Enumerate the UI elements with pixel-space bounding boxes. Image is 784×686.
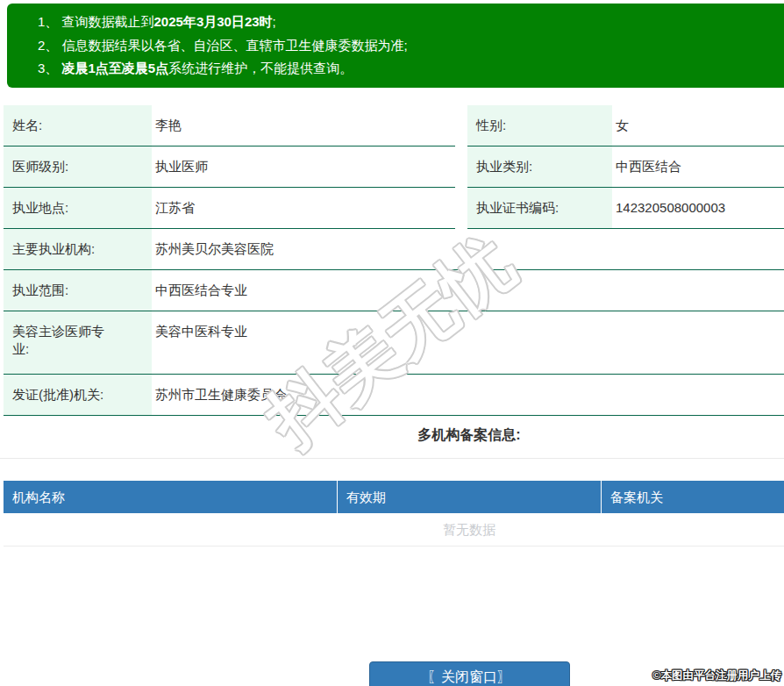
header-cell-validity: 有效期 (337, 481, 601, 513)
profile-table-right: 性别: 女 执业类别: 中西医结合 执业证书编码: 14232050800000… (467, 105, 784, 229)
page-viewport: 1、 查询数据截止到2025年3月30日23时; 2、 信息数据结果以各省、自治… (0, 0, 784, 686)
row-value: 江苏省 (152, 188, 455, 228)
notice-line-2: 2、 信息数据结果以各省、自治区、直辖市卫生健康委数据为准; (38, 34, 784, 58)
filing-table-header: 机构名称 有效期 备案机关 (4, 481, 784, 513)
row-value: 中西医结合 (612, 146, 784, 187)
profile-table-left: 姓名: 李艳 医师级别: 执业医师 执业地点: 江苏省 (4, 105, 455, 229)
table-row: 姓名: 李艳 (4, 105, 455, 146)
table-row: 执业证书编码: 142320508000003 (467, 188, 784, 229)
row-label: 姓名: (4, 105, 152, 146)
row-value: 女 (612, 105, 784, 146)
row-value: 执业医师 (152, 146, 455, 187)
row-label: 发证(批准)机关: (4, 375, 152, 415)
notice-line-3: 3、 凌晨1点至凌晨5点系统进行维护，不能提供查询。 (38, 57, 784, 81)
row-label: 主要执业机构: (4, 229, 152, 269)
row-value: 苏州市卫生健康委员会 (152, 375, 784, 415)
table-row: 美容主诊医师专业: 美容中医科专业 (4, 311, 784, 375)
table-row: 执业地点: 江苏省 (4, 188, 455, 229)
row-label: 性别: (467, 105, 612, 146)
header-cell-institution: 机构名称 (4, 481, 337, 513)
row-label: 执业地点: (4, 188, 152, 228)
table-row: 发证(批准)机关: 苏州市卫生健康委员会 (4, 375, 784, 416)
notice-banner: 1、 查询数据截止到2025年3月30日23时; 2、 信息数据结果以各省、自治… (7, 4, 784, 88)
row-label: 执业证书编码: (467, 188, 612, 228)
table-row: 执业类别: 中西医结合 (467, 146, 784, 188)
detail-table: 主要执业机构: 苏州美贝尔美容医院 执业范围: 中西医结合专业 美容主诊医师专业… (4, 229, 784, 416)
row-value: 中西医结合专业 (152, 270, 784, 311)
row-label: 医师级别: (4, 146, 152, 187)
section-divider (0, 458, 784, 459)
table-gap (455, 105, 467, 229)
empty-state-text: 暂无数据 (4, 513, 784, 547)
query-result-page: 1、 查询数据截止到2025年3月30日23时; 2、 信息数据结果以各省、自治… (0, 4, 784, 686)
profile-table: 姓名: 李艳 医师级别: 执业医师 执业地点: 江苏省 性别: 女 (4, 105, 784, 229)
table-row: 性别: 女 (467, 105, 784, 146)
table-row: 执业范围: 中西医结合专业 (4, 270, 784, 311)
filing-section-heading: 多机构备案信息: (0, 426, 784, 445)
row-label: 执业类别: (467, 146, 612, 187)
notice-line-1: 1、 查询数据截止到2025年3月30日23时; (38, 11, 784, 34)
row-label: 美容主诊医师专业: (4, 311, 152, 374)
table-row: 医师级别: 执业医师 (4, 146, 455, 188)
row-value: 美容中医科专业 (152, 311, 784, 374)
button-row: 〖关闭窗口〗 (0, 661, 784, 686)
row-value: 苏州美贝尔美容医院 (152, 229, 784, 269)
close-window-button[interactable]: 〖关闭窗口〗 (369, 661, 570, 686)
row-value: 142320508000003 (612, 188, 784, 228)
row-label: 执业范围: (4, 270, 152, 311)
header-cell-authority: 备案机关 (601, 481, 784, 513)
table-row: 主要执业机构: 苏州美贝尔美容医院 (4, 229, 784, 270)
row-value: 李艳 (152, 105, 455, 146)
filing-table: 机构名称 有效期 备案机关 暂无数据 (4, 481, 784, 547)
